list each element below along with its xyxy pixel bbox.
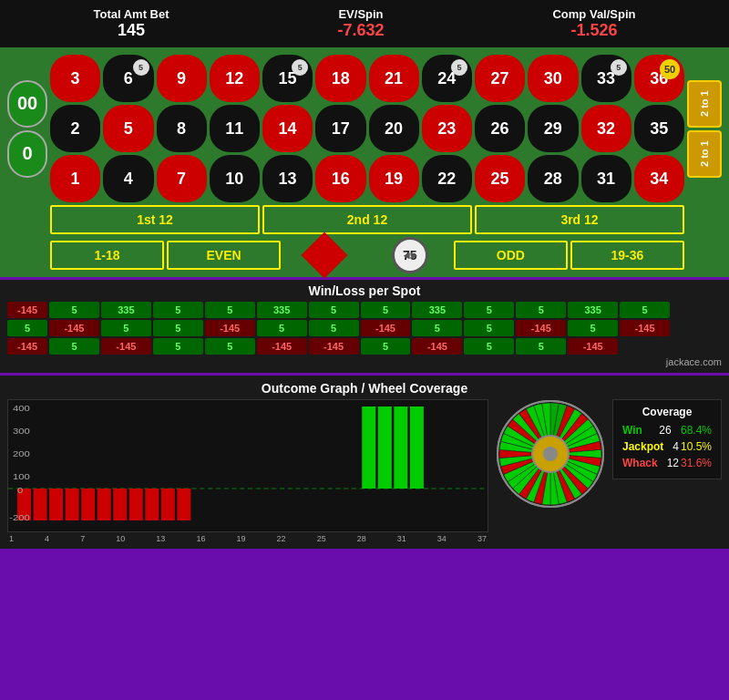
cov-win-label: Win [622, 424, 642, 437]
x-label: 34 [437, 534, 447, 543]
num-cell-13[interactable]: 13 [262, 155, 313, 202]
x-label: 28 [357, 534, 366, 543]
x-label: 1 [9, 534, 14, 543]
zeros-column: 00 0 [7, 55, 47, 202]
roulette-wheel-svg [496, 399, 605, 509]
svg-rect-15 [410, 407, 424, 489]
x-label: 37 [477, 534, 487, 543]
diamond-icon [302, 232, 348, 279]
chip-75-cell[interactable]: 75 [368, 237, 450, 273]
num-cell-26[interactable]: 26 [475, 105, 525, 152]
num-cell-29[interactable]: 29 [528, 105, 578, 152]
cov-whack-pct: 31.6% [681, 457, 712, 469]
num-cell-2[interactable]: 2 [50, 105, 100, 152]
bet-odd[interactable]: ODD [454, 241, 568, 270]
chip-badge-6: 5 [133, 59, 149, 76]
num-cell-4[interactable]: 4 [103, 155, 153, 202]
num-cell-3[interactable]: 3 [50, 55, 100, 102]
num-cell-31[interactable]: 31 [581, 155, 631, 202]
wl-cell-r0-c6: 5 [309, 302, 359, 318]
svg-rect-2 [34, 489, 47, 520]
x-label: 10 [116, 534, 125, 543]
num-cell-17[interactable]: 17 [315, 105, 365, 152]
ev-spin-block: EV/Spin -7.632 [337, 7, 384, 40]
second-dozen[interactable]: 2nd 12 [262, 205, 472, 234]
total-amt-value: 145 [93, 21, 169, 40]
num-cell-8[interactable]: 8 [157, 105, 207, 152]
num-cell-7[interactable]: 7 [157, 155, 207, 202]
third-dozen[interactable]: 3rd 12 [475, 205, 684, 234]
num-cell-10[interactable]: 10 [210, 155, 260, 202]
wl-cell-r1-c11: -145 [516, 320, 566, 336]
wl-cell-r0-c11: 335 [568, 302, 618, 318]
num-cell-16[interactable]: 16 [315, 155, 365, 202]
winloss-section: Win/Loss per Spot -145533555335553355533… [0, 280, 729, 373]
num-cell-28[interactable]: 28 [528, 155, 578, 202]
bet-19-36[interactable]: 19-36 [570, 241, 684, 270]
wl-cell-r0-c3: 5 [153, 302, 203, 318]
num-cell-15[interactable]: 155 [262, 55, 313, 102]
wl-cell-r1-c2: -145 [49, 320, 99, 336]
wl-cell-r2-c4: -145 [101, 338, 151, 355]
num-cell-1[interactable]: 1 [50, 155, 100, 202]
num-cell-25[interactable]: 25 [475, 155, 525, 202]
num-cell-36[interactable]: 3650 [634, 55, 684, 102]
num-cell-30[interactable]: 30 [528, 55, 578, 102]
wl-cell-r1-c12: 5 [568, 320, 618, 336]
side-bet-bottom[interactable]: 2 to 1 [687, 130, 722, 178]
num-cell-5[interactable]: 5 [103, 105, 153, 152]
x-labels: 1 4 7 10 13 16 19 22 25 28 31 34 37 [7, 534, 488, 543]
num-cell-19[interactable]: 19 [369, 155, 419, 202]
num-cell-11[interactable]: 11 [210, 105, 260, 152]
ev-spin-value: -7.632 [337, 21, 384, 40]
num-cell-34[interactable]: 34 [634, 155, 684, 202]
num-cell-24[interactable]: 245 [422, 55, 472, 102]
num-cell-23[interactable]: 23 [422, 105, 472, 152]
num-cell-22[interactable]: 22 [422, 155, 472, 202]
num-cell-20[interactable]: 20 [369, 105, 419, 152]
stats-bar: Total Amt Bet 145 EV/Spin -7.632 Comp Va… [0, 0, 729, 47]
wl-cell-r1-c0 [672, 302, 722, 318]
coverage-jackpot-row: Jackpot 4 10.5% [622, 440, 712, 453]
num-cell-21[interactable]: 21 [369, 55, 419, 102]
bet-even[interactable]: EVEN [167, 241, 281, 270]
num-cell-12[interactable]: 12 [210, 55, 260, 102]
svg-rect-8 [129, 489, 143, 520]
wheel-container [496, 399, 605, 509]
svg-text:100: 100 [13, 472, 30, 481]
num-cell-14[interactable]: 14 [262, 105, 313, 152]
total-amt-bet-block: Total Amt Bet 145 [93, 7, 169, 40]
num-cell-35[interactable]: 35 [634, 105, 684, 152]
wl-cell-r1-c10: 5 [464, 320, 514, 336]
zero-double[interactable]: 00 [7, 80, 47, 128]
coverage-box: Coverage Win 26 68.4% Jackpot 4 10.5% Wh… [612, 399, 722, 479]
bet-1-18[interactable]: 1-18 [50, 241, 164, 270]
zero-single[interactable]: 0 [7, 130, 47, 178]
wl-cell-r1-c4: 5 [153, 320, 203, 336]
num-cell-9[interactable]: 9 [157, 55, 207, 102]
wl-cell-r2-c7: -145 [257, 338, 307, 355]
wl-cell-r2-c13: -145 [568, 338, 618, 355]
cov-win-count: 26 [659, 424, 671, 437]
num-cell-33[interactable]: 335 [581, 55, 631, 102]
num-cell-18[interactable]: 18 [315, 55, 365, 102]
x-label: 7 [80, 534, 85, 543]
svg-text:300: 300 [13, 427, 30, 436]
chip-badge-36: 50 [660, 59, 680, 79]
cov-win-pct: 68.4% [681, 424, 712, 437]
diamond-cell[interactable] [283, 239, 365, 272]
coverage-title: Coverage [622, 406, 712, 418]
first-dozen[interactable]: 1st 12 [50, 205, 260, 234]
wl-cell-r0-c10: 5 [516, 302, 566, 318]
bottom-row: 1-18 EVEN 75 ODD 19-36 [50, 237, 684, 273]
winloss-grid: -145533555335553355533555-14555-14555-14… [7, 302, 722, 355]
num-cell-6[interactable]: 65 [103, 55, 153, 102]
outcome-section: Outcome Graph / Wheel Coverage [0, 376, 729, 549]
winloss-title: Win/Loss per Spot [7, 283, 722, 298]
table-wrapper: 00 0 36591215518212452730335365025811141… [7, 55, 722, 273]
chart-svg: 400 300 200 100 0 -200 [8, 400, 488, 528]
wl-cell-r1-c8: -145 [361, 320, 411, 336]
num-cell-32[interactable]: 32 [581, 105, 631, 152]
num-cell-27[interactable]: 27 [475, 55, 525, 102]
side-bet-top[interactable]: 2 to 1 [687, 80, 722, 128]
